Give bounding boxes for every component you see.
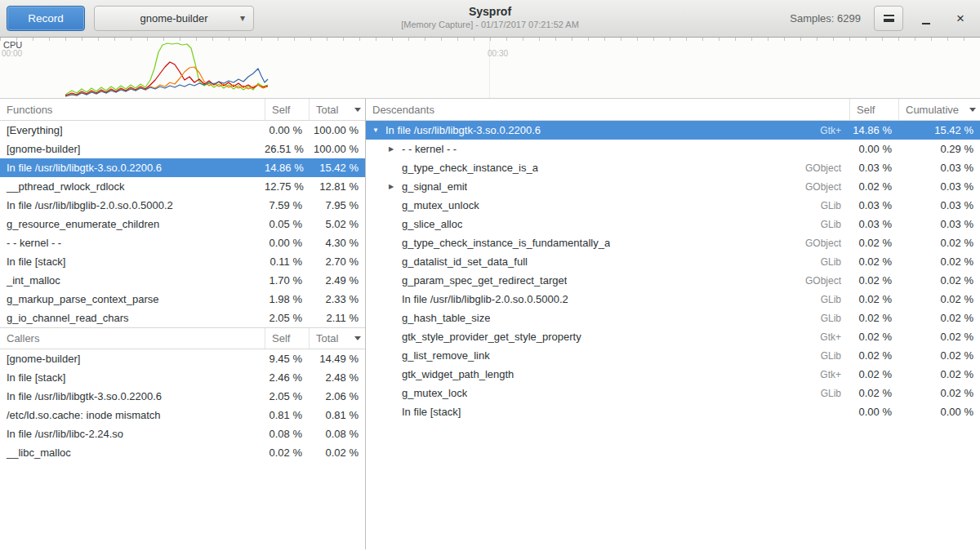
descendants-row[interactable]: g_datalist_id_set_data_fullGLib0.02 %0.0… <box>366 252 980 271</box>
row-cumulative-pct: 0.29 % <box>898 143 980 155</box>
callers-row[interactable]: /etc/ld.so.cache: inode mismatch0.81 %0.… <box>0 406 365 424</box>
descendants-row[interactable]: g_param_spec_get_redirect_targetGObject0… <box>366 271 980 290</box>
descendants-column-header[interactable]: Descendants <box>366 99 849 120</box>
callers-column-header[interactable]: Callers <box>0 328 265 349</box>
descendants-cumulative-column-header[interactable]: Cumulative <box>898 99 980 120</box>
descendants-row[interactable]: g_mutex_unlockGLib0.03 %0.03 % <box>366 196 980 215</box>
row-self-pct: 0.81 % <box>265 409 309 421</box>
row-function-name: - - kernel - - <box>0 237 265 249</box>
row-cumulative-pct: 0.02 % <box>898 368 980 380</box>
row-category-label: GLib <box>814 388 849 399</box>
cpu-series-orange <box>65 67 268 96</box>
callers-header: Callers Self Total <box>0 327 365 349</box>
menu-button[interactable] <box>874 6 903 31</box>
functions-row[interactable]: __pthread_rwlock_rdlock12.75 %12.81 % <box>0 177 365 196</box>
tree-expander-icon[interactable]: ▶ <box>389 183 402 190</box>
row-cumulative-pct: 15.42 % <box>898 124 980 136</box>
descendant-name-cell: gtk_widget_path_lengthGtk+ <box>366 368 849 380</box>
callers-row[interactable]: In file /usr/lib/libc-2.24.so0.08 %0.08 … <box>0 424 365 443</box>
functions-row[interactable]: In file /usr/lib/libglib-2.0.so.0.5000.2… <box>0 196 365 215</box>
callers-self-column-header[interactable]: Self <box>265 328 309 349</box>
callers-row[interactable]: __libc_malloc0.02 %0.02 % <box>0 443 365 462</box>
cpu-lines <box>0 38 980 99</box>
functions-header: Functions Self Total <box>0 99 365 121</box>
row-self-pct: 2.05 % <box>265 390 309 402</box>
descendants-row[interactable]: In file [stack]0.00 %0.00 % <box>366 402 980 421</box>
descendant-name-cell: g_type_check_instance_is_aGObject <box>366 162 849 174</box>
descendant-name-cell: gtk_style_provider_get_style_propertyGtk… <box>366 331 849 343</box>
left-panel: Functions Self Total [Everything]0.00 %1… <box>0 99 366 549</box>
descendants-header: Descendants Self Cumulative <box>366 99 980 121</box>
tree-expander-icon[interactable]: ▼ <box>372 127 385 134</box>
row-category-label: GLib <box>814 294 849 305</box>
minimize-button[interactable] <box>915 6 938 31</box>
row-cumulative-pct: 0.02 % <box>898 256 980 268</box>
descendants-row[interactable]: In file /usr/lib/libglib-2.0.so.0.5000.2… <box>366 290 980 309</box>
row-function-name: _int_malloc <box>0 274 265 287</box>
descendants-row[interactable]: ▼In file /usr/lib/libgtk-3.so.0.2200.6Gt… <box>366 121 980 140</box>
descendants-row[interactable]: ▶- - kernel - -0.00 %0.29 % <box>366 140 980 158</box>
descendants-row[interactable]: ▶g_signal_emitGObject0.02 %0.03 % <box>366 177 980 196</box>
functions-self-column-header[interactable]: Self <box>265 99 309 120</box>
row-function-name: __libc_malloc <box>0 447 265 459</box>
row-self-pct: 0.02 % <box>849 331 898 343</box>
row-category-label: GLib <box>814 313 849 324</box>
row-function-name: In file [stack] <box>402 406 461 418</box>
descendants-row[interactable]: g_type_check_instance_is_aGObject0.03 %0… <box>366 158 980 177</box>
row-function-name: In file [stack] <box>0 256 265 268</box>
functions-row[interactable]: [gnome-builder]26.51 %100.00 % <box>0 140 365 158</box>
descendants-row[interactable]: g_slice_allocGLib0.03 %0.03 % <box>366 215 980 233</box>
descendants-row[interactable]: gtk_widget_path_lengthGtk+0.02 %0.02 % <box>366 365 980 384</box>
row-self-pct: 1.70 % <box>265 274 309 287</box>
descendant-name-cell: g_param_spec_get_redirect_targetGObject <box>366 274 849 287</box>
functions-row[interactable]: g_markup_parse_context_parse1.98 %2.33 % <box>0 290 365 309</box>
descendants-row[interactable]: g_type_check_instance_is_fundamentally_a… <box>366 233 980 252</box>
descendants-row[interactable]: gtk_style_provider_get_style_propertyGtk… <box>366 327 980 346</box>
functions-row[interactable]: - - kernel - -0.00 %4.30 % <box>0 233 365 252</box>
row-self-pct: 7.59 % <box>265 199 309 211</box>
functions-total-column-header[interactable]: Total <box>309 99 365 120</box>
functions-row[interactable]: g_resource_enumerate_children0.05 %5.02 … <box>0 215 365 233</box>
descendants-row[interactable]: g_list_remove_linkGLib0.02 %0.02 % <box>366 346 980 365</box>
row-self-pct: 0.00 % <box>265 237 309 249</box>
descendants-self-column-header[interactable]: Self <box>849 99 898 120</box>
functions-row[interactable]: _int_malloc1.70 %2.49 % <box>0 271 365 290</box>
row-self-pct: 0.02 % <box>849 256 898 268</box>
time-label-mid: 00:30 <box>488 49 508 58</box>
callers-row[interactable]: In file /usr/lib/libgtk-3.so.0.2200.62.0… <box>0 387 365 406</box>
cpu-series-blue <box>65 69 268 96</box>
headerbar: Record gnome-builder ▾ Sysprof [Memory C… <box>0 0 980 38</box>
row-total-pct: 2.11 % <box>309 312 365 324</box>
close-button[interactable]: × <box>949 6 972 31</box>
descendants-row[interactable]: g_mutex_lockGLib0.02 %0.02 % <box>366 384 980 402</box>
cpu-graph-panel[interactable]: CPU 00:00 00:30 <box>0 38 980 99</box>
row-category-label: GObject <box>799 275 849 287</box>
callers-row[interactable]: In file [stack]2.46 %2.48 % <box>0 368 365 387</box>
row-total-pct: 14.49 % <box>309 353 365 365</box>
tree-expander-icon[interactable]: ▶ <box>389 145 402 153</box>
callers-row[interactable]: [gnome-builder]9.45 %14.49 % <box>0 349 365 368</box>
minimize-icon <box>922 23 930 24</box>
row-function-name: gtk_style_provider_get_style_property <box>402 331 581 343</box>
row-total-pct: 2.33 % <box>309 293 365 305</box>
row-function-name: [gnome-builder] <box>0 353 265 365</box>
row-function-name: g_type_check_instance_is_fundamentally_a <box>402 237 610 249</box>
row-function-name: In file [stack] <box>0 371 265 384</box>
descendant-name-cell: ▼In file /usr/lib/libgtk-3.so.0.2200.6Gt… <box>366 124 849 136</box>
functions-row[interactable]: In file /usr/lib/libgtk-3.so.0.2200.614.… <box>0 158 365 177</box>
functions-column-header[interactable]: Functions <box>0 99 265 120</box>
functions-row[interactable]: [Everything]0.00 %100.00 % <box>0 121 365 140</box>
functions-row[interactable]: In file [stack]0.11 %2.70 % <box>0 252 365 271</box>
callers-total-column-header[interactable]: Total <box>309 328 365 349</box>
row-total-pct: 0.81 % <box>309 409 365 421</box>
row-cumulative-pct: 0.03 % <box>898 199 980 211</box>
functions-total-label: Total <box>316 104 338 116</box>
process-selector[interactable]: gnome-builder ▾ <box>94 6 254 31</box>
titlebar-titles: Sysprof [Memory Capture] - 01/17/2017 07… <box>401 5 579 29</box>
record-button[interactable]: Record <box>7 6 85 31</box>
time-label-start: 00:00 <box>2 49 22 58</box>
descendants-row[interactable]: g_hash_table_sizeGLib0.02 %0.02 % <box>366 309 980 327</box>
descendants-cumulative-label: Cumulative <box>906 104 959 116</box>
descendant-name-cell: g_list_remove_linkGLib <box>366 349 849 362</box>
functions-row[interactable]: g_io_channel_read_chars2.05 %2.11 % <box>0 309 365 327</box>
